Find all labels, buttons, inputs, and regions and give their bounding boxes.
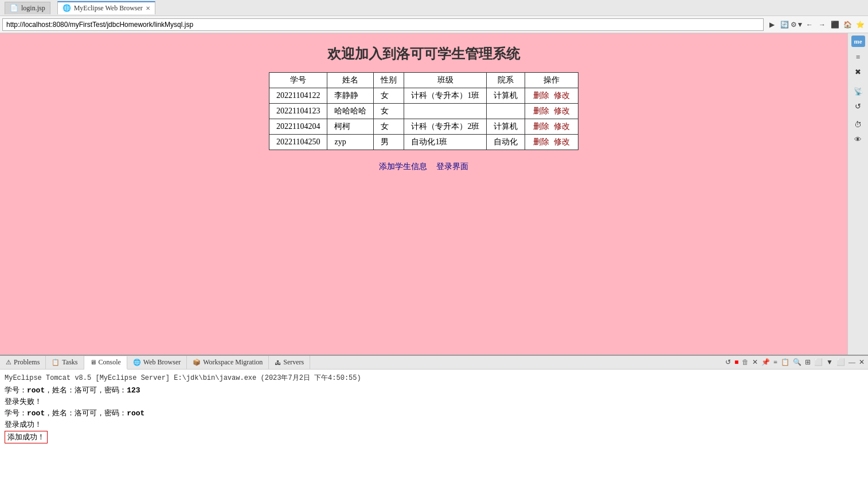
console-bold-1: root [27, 386, 45, 395]
forward-button[interactable]: → [816, 19, 828, 30]
console-content: MyEclipse Tomcat v8.5 [MyEclipse Server]… [0, 370, 868, 495]
split-btn[interactable]: ⬜ [813, 358, 824, 367]
tab-close-button[interactable]: ✕ [146, 5, 150, 11]
cast-icon[interactable]: 📡 [850, 85, 867, 99]
back-button[interactable]: ← [804, 19, 815, 30]
go-button[interactable]: ▶ [766, 19, 777, 30]
edit-link[interactable]: 修改 [554, 107, 570, 115]
x-console-btn[interactable]: ✕ [751, 358, 759, 367]
table-row: 20221104204柯柯女计科（专升本）2班计算机删除 修改 [269, 119, 578, 135]
table-cell [404, 104, 487, 119]
extra-button[interactable]: ⭐ [854, 19, 866, 30]
workspace-migration-icon: 📦 [193, 359, 201, 366]
table-cell: 女 [374, 104, 404, 119]
eye-icon[interactable]: 👁 [850, 133, 867, 147]
bottom-toolbar: ↺ ■ 🗑 ✕ 📌 ≡ 📋 🔍 ⊞ ⬜ ▼ ⬜ — ✕ [724, 356, 868, 369]
table-row: 20221104250zyp男自动化1班自动化删除 修改 [269, 135, 578, 150]
filter-btn[interactable]: 🔍 [792, 358, 803, 367]
action-cell: 删除 修改 [525, 104, 578, 119]
table-cell: 柯柯 [327, 119, 374, 135]
title-bar: 📄 login.jsp 🌐 MyEclipse Web Browser ✕ [0, 0, 868, 16]
list-btn[interactable]: ≡ [772, 358, 779, 367]
tab-workspace-migration-label: Workspace Migration [203, 358, 263, 367]
tab-web-browser-label: Web Browser [143, 358, 181, 367]
edit-link[interactable]: 修改 [554, 122, 570, 131]
copy-btn[interactable]: 📋 [780, 358, 791, 367]
address-bar: ▶ 🔄 ⚙▼ ← → ⬛ 🏠 ⭐ [0, 16, 868, 33]
console-header: MyEclipse Tomcat v8.5 [MyEclipse Server]… [5, 373, 863, 383]
tab-servers[interactable]: 🖧 Servers [269, 356, 310, 369]
tab-console-label: Console [99, 358, 121, 367]
console-success-box: 添加成功！ [5, 431, 48, 443]
expand-btn[interactable]: ⬜ [835, 358, 846, 367]
console-bold-2: 123 [127, 386, 140, 395]
right-sidebar: me ≡ ✖ 📡 ↺ ⏱ 👁 [847, 33, 868, 355]
file-icon: 📄 [10, 4, 18, 13]
stop-console-btn[interactable]: ■ [733, 358, 740, 367]
tab-tasks[interactable]: 📋 Tasks [46, 356, 84, 369]
table-cell: 计算机 [487, 119, 525, 135]
browser-icon: 🌐 [62, 4, 71, 13]
delete-link[interactable]: 删除 [533, 138, 549, 146]
tab-browser[interactable]: 🌐 MyEclipse Web Browser ✕ [57, 1, 155, 14]
servers-icon: 🖧 [275, 359, 281, 366]
table-cell: 女 [374, 119, 404, 135]
tab-web-browser[interactable]: 🌐 Web Browser [127, 356, 187, 369]
page-title: 欢迎加入到洛可可学生管理系统 [11, 45, 836, 63]
edit-link[interactable]: 修改 [554, 138, 570, 146]
stop-button[interactable]: ⬛ [829, 19, 840, 30]
settings-button[interactable]: ⚙▼ [791, 19, 803, 30]
browser-content: 欢迎加入到洛可可学生管理系统 学号 姓名 性别 班级 院系 操作 2022110… [0, 33, 847, 355]
table-row: 20221104122李静静女计科（专升本）1班计算机删除 修改 [269, 88, 578, 104]
table-cell: 20221104123 [269, 104, 327, 119]
action-cell: 删除 修改 [525, 119, 578, 135]
page-links: 添加学生信息 登录界面 [11, 162, 836, 172]
tab-tasks-label: Tasks [62, 358, 77, 367]
timer-icon[interactable]: ⏱ [850, 118, 867, 132]
table-cell: 自动化 [487, 135, 525, 150]
address-input[interactable] [2, 18, 764, 31]
minus-btn[interactable]: — [847, 358, 857, 367]
problems-icon: ⚠ [6, 359, 11, 366]
me-button[interactable]: me [851, 36, 865, 47]
table-cell: 女 [374, 88, 404, 104]
add-student-link[interactable]: 添加学生信息 [379, 162, 427, 171]
table-cell: zyp [327, 135, 374, 150]
tab-servers-label: Servers [283, 358, 304, 367]
home-button[interactable]: 🏠 [842, 19, 853, 30]
refresh-console-btn[interactable]: ↺ [724, 358, 732, 367]
edit-link[interactable]: 修改 [554, 91, 570, 100]
col-header-dept: 院系 [487, 73, 525, 88]
bottom-tabs: ⚠ Problems 📋 Tasks 🖥 Console 🌐 Web Brows… [0, 356, 868, 370]
pin-btn[interactable]: 📌 [760, 358, 771, 367]
table-cell: 男 [374, 135, 404, 150]
table-row: 20221104123哈哈哈哈女删除 修改 [269, 104, 578, 119]
remove-console-btn[interactable]: 🗑 [741, 358, 750, 367]
console-icon: 🖥 [90, 359, 96, 366]
arrow-btn[interactable]: ▼ [825, 358, 834, 367]
grid-btn[interactable]: ⊞ [804, 358, 812, 367]
table-cell: 李静静 [327, 88, 374, 104]
menu-icon[interactable]: ≡ [850, 50, 867, 64]
col-header-name: 姓名 [327, 73, 374, 88]
tool-icon[interactable]: ✖ [850, 65, 867, 79]
refresh-sidebar-icon[interactable]: ↺ [850, 100, 867, 113]
action-cell: 删除 修改 [525, 88, 578, 104]
tab-browser-label: MyEclipse Web Browser [74, 4, 143, 13]
login-link[interactable]: 登录界面 [436, 162, 468, 171]
tab-workspace-migration[interactable]: 📦 Workspace Migration [187, 356, 269, 369]
tab-login[interactable]: 📄 login.jsp [5, 2, 50, 14]
delete-link[interactable]: 删除 [533, 122, 549, 131]
table-cell: 自动化1班 [404, 135, 487, 150]
table-cell: 20221104250 [269, 135, 327, 150]
close-panel-btn[interactable]: ✕ [858, 358, 866, 367]
bottom-panel: ⚠ Problems 📋 Tasks 🖥 Console 🌐 Web Brows… [0, 355, 868, 495]
console-bold-4: root [127, 409, 144, 418]
delete-link[interactable]: 删除 [533, 107, 549, 115]
table-cell [487, 104, 525, 119]
table-cell: 计科（专升本）1班 [404, 88, 487, 104]
tab-console[interactable]: 🖥 Console [84, 356, 127, 370]
refresh-button[interactable]: 🔄 [779, 19, 790, 30]
tab-problems[interactable]: ⚠ Problems [0, 356, 46, 369]
delete-link[interactable]: 删除 [533, 91, 549, 100]
